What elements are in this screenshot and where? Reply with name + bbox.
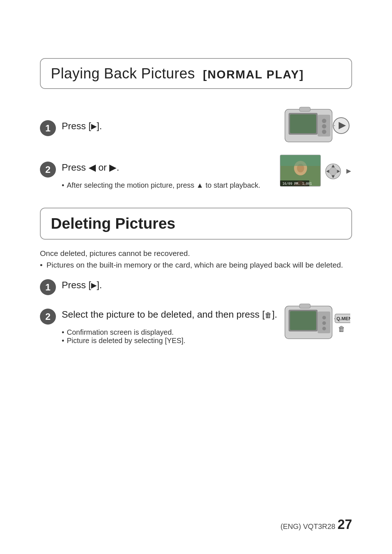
svg-marker-23 bbox=[346, 169, 351, 174]
page-footer: (ENG) VQT3R28 27 bbox=[281, 517, 352, 532]
del-step2-subtext: Confirmation screen is displayed. Pictur… bbox=[40, 328, 279, 345]
svg-point-4 bbox=[322, 119, 326, 123]
svg-rect-7 bbox=[299, 107, 310, 111]
deleting-step2: 2 Select the picture to be deleted, and … bbox=[40, 308, 279, 325]
step1-text: Press [▶]. bbox=[62, 119, 279, 133]
del-step1-text: Press [▶]. bbox=[62, 278, 352, 292]
step-number-2: 2 bbox=[40, 162, 56, 178]
camera-nav-illus: 16/09 PM. 1,001 bbox=[279, 154, 352, 188]
page-number: 27 bbox=[338, 517, 352, 532]
photo-thumbnail: 16/09 PM. 1,001 bbox=[279, 154, 321, 188]
svg-rect-2 bbox=[290, 114, 316, 133]
svg-point-6 bbox=[322, 130, 326, 134]
deleting-section: Deleting Pictures Once deleted, pictures… bbox=[40, 208, 352, 346]
svg-text:16/09 PM. 1,001: 16/09 PM. 1,001 bbox=[282, 182, 312, 186]
step-number-1: 1 bbox=[40, 120, 56, 136]
svg-point-29 bbox=[322, 321, 326, 325]
svg-point-30 bbox=[322, 327, 326, 330]
deleting-title: Deleting Pictures bbox=[51, 215, 175, 232]
deleting-box: Deleting Pictures bbox=[40, 208, 352, 240]
playing-back-step1-row: 1 Press [▶]. bbox=[40, 102, 352, 149]
deleting-step1: 1 Press [▶]. bbox=[40, 278, 352, 295]
playing-back-title: Playing Back Pictures [NORMAL PLAY] bbox=[51, 65, 304, 81]
playing-back-step2-left: 2 Press ◀ or ▶. After selecting the moti… bbox=[40, 153, 279, 190]
del-step-number-2: 2 bbox=[40, 309, 56, 325]
svg-point-5 bbox=[322, 124, 326, 129]
footer-label: (ENG) VQT3R28 bbox=[281, 522, 335, 531]
playing-back-box: Playing Back Pictures [NORMAL PLAY] bbox=[40, 58, 352, 89]
deleting-step2-row: 2 Select the picture to be deleted, and … bbox=[40, 299, 352, 346]
svg-text:Q.MENU: Q.MENU bbox=[336, 316, 350, 321]
svg-point-18 bbox=[329, 167, 337, 175]
del-step2-text: Select the picture to be deleted, and th… bbox=[62, 308, 279, 321]
playing-back-step1: 1 Press [▶]. bbox=[40, 119, 279, 136]
playing-back-step2-row: 2 Press ◀ or ▶. After selecting the moti… bbox=[40, 153, 352, 190]
camera-delete-illus: Q.MENU 🗑 bbox=[279, 299, 352, 346]
svg-rect-31 bbox=[299, 304, 310, 308]
svg-rect-26 bbox=[290, 311, 316, 330]
svg-text:🗑: 🗑 bbox=[338, 325, 345, 333]
deleting-step2-left: 2 Select the picture to be deleted, and … bbox=[40, 300, 279, 345]
step2-subtext: After selecting the motion picture, pres… bbox=[40, 181, 279, 190]
camera-play-illus bbox=[279, 102, 352, 149]
playing-back-section: Playing Back Pictures [NORMAL PLAY] 1 Pr… bbox=[40, 58, 352, 190]
deleting-notes: Once deleted, pictures cannot be recover… bbox=[40, 248, 352, 270]
step2-text: Press ◀ or ▶. bbox=[62, 161, 279, 174]
svg-rect-14 bbox=[280, 155, 320, 166]
svg-point-28 bbox=[322, 316, 326, 319]
del-step-number-1: 1 bbox=[40, 279, 56, 295]
playing-back-step1-left: 1 Press [▶]. bbox=[40, 111, 279, 140]
deleting-note1: Once deleted, pictures cannot be recover… bbox=[40, 248, 352, 259]
deleting-note2: Pictures on the built-in memory or the c… bbox=[40, 259, 352, 271]
playing-back-step2: 2 Press ◀ or ▶. bbox=[40, 161, 279, 178]
